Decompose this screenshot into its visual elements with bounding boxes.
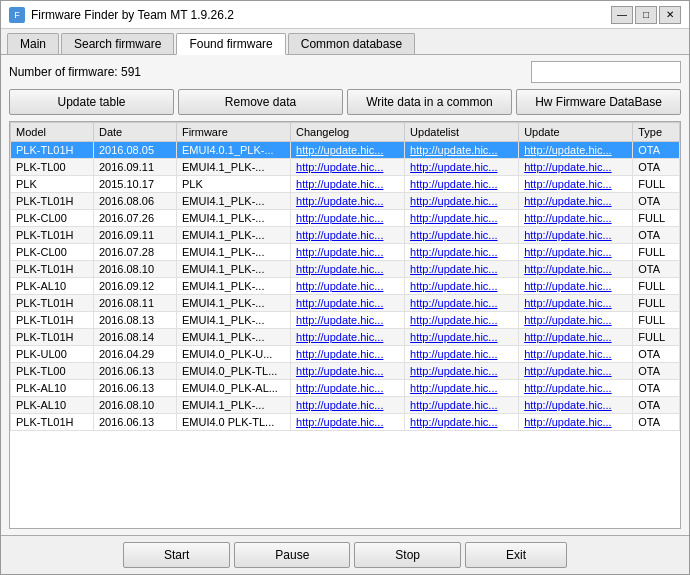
table-row[interactable]: PLK2015.10.17PLKhttp://update.hic...http…	[11, 176, 680, 193]
table-cell-type: OTA	[633, 397, 680, 414]
table-cell-link[interactable]: http://update.hic...	[519, 210, 633, 227]
table-row[interactable]: PLK-TL01H2016.08.13EMUI4.1_PLK-...http:/…	[11, 312, 680, 329]
table-cell: PLK-TL00	[11, 363, 94, 380]
table-cell: EMUI4.1_PLK-...	[176, 244, 290, 261]
table-cell-link[interactable]: http://update.hic...	[291, 176, 405, 193]
update-table-button[interactable]: Update table	[9, 89, 174, 115]
table-cell-link[interactable]: http://update.hic...	[291, 363, 405, 380]
table-row[interactable]: PLK-AL102016.06.13EMUI4.0_PLK-AL...http:…	[11, 380, 680, 397]
table-cell-link[interactable]: http://update.hic...	[519, 329, 633, 346]
table-row[interactable]: PLK-TL002016.09.11EMUI4.1_PLK-...http://…	[11, 159, 680, 176]
start-button[interactable]: Start	[123, 542, 230, 568]
table-cell-link[interactable]: http://update.hic...	[405, 295, 519, 312]
table-cell-link[interactable]: http://update.hic...	[405, 346, 519, 363]
table-cell-link[interactable]: http://update.hic...	[291, 397, 405, 414]
tab-main[interactable]: Main	[7, 33, 59, 54]
table-cell-link[interactable]: http://update.hic...	[405, 397, 519, 414]
table-cell-link[interactable]: http://update.hic...	[519, 278, 633, 295]
table-cell-link[interactable]: http://update.hic...	[405, 380, 519, 397]
exit-button[interactable]: Exit	[465, 542, 567, 568]
table-cell-link[interactable]: http://update.hic...	[405, 176, 519, 193]
table-cell-link[interactable]: http://update.hic...	[405, 278, 519, 295]
table-cell-link[interactable]: http://update.hic...	[291, 244, 405, 261]
table-cell-link[interactable]: http://update.hic...	[291, 142, 405, 159]
table-cell-type: FULL	[633, 295, 680, 312]
maximize-button[interactable]: □	[635, 6, 657, 24]
table-cell-link[interactable]: http://update.hic...	[291, 210, 405, 227]
table-row[interactable]: PLK-AL102016.09.12EMUI4.1_PLK-...http://…	[11, 278, 680, 295]
tabs-bar: Main Search firmware Found firmware Comm…	[1, 29, 689, 55]
table-cell-link[interactable]: http://update.hic...	[519, 159, 633, 176]
table-cell-link[interactable]: http://update.hic...	[291, 278, 405, 295]
table-row[interactable]: PLK-CL002016.07.28EMUI4.1_PLK-...http://…	[11, 244, 680, 261]
table-cell: PLK-TL00	[11, 159, 94, 176]
table-cell: EMUI4.0_PLK-U...	[176, 346, 290, 363]
table-row[interactable]: PLK-TL01H2016.08.14EMUI4.1_PLK-...http:/…	[11, 329, 680, 346]
close-button[interactable]: ✕	[659, 6, 681, 24]
table-cell: EMUI4.1_PLK-...	[176, 329, 290, 346]
table-cell-link[interactable]: http://update.hic...	[291, 159, 405, 176]
table-row[interactable]: PLK-TL01H2016.08.10EMUI4.1_PLK-...http:/…	[11, 261, 680, 278]
table-cell-link[interactable]: http://update.hic...	[519, 312, 633, 329]
table-row[interactable]: PLK-TL01H2016.08.11EMUI4.1_PLK-...http:/…	[11, 295, 680, 312]
table-cell-link[interactable]: http://update.hic...	[519, 193, 633, 210]
table-cell-link[interactable]: http://update.hic...	[405, 363, 519, 380]
table-cell-link[interactable]: http://update.hic...	[405, 261, 519, 278]
search-input[interactable]	[531, 61, 681, 83]
table-cell-link[interactable]: http://update.hic...	[405, 142, 519, 159]
tab-common-database[interactable]: Common database	[288, 33, 415, 54]
table-row[interactable]: PLK-TL01H2016.09.11EMUI4.1_PLK-...http:/…	[11, 227, 680, 244]
table-cell-link[interactable]: http://update.hic...	[291, 295, 405, 312]
table-row[interactable]: PLK-UL002016.04.29EMUI4.0_PLK-U...http:/…	[11, 346, 680, 363]
pause-button[interactable]: Pause	[234, 542, 350, 568]
table-cell-link[interactable]: http://update.hic...	[519, 363, 633, 380]
remove-data-button[interactable]: Remove data	[178, 89, 343, 115]
table-row[interactable]: PLK-CL002016.07.26EMUI4.1_PLK-...http://…	[11, 210, 680, 227]
minimize-button[interactable]: —	[611, 6, 633, 24]
table-cell-link[interactable]: http://update.hic...	[405, 329, 519, 346]
table-row[interactable]: PLK-TL002016.06.13EMUI4.0_PLK-TL...http:…	[11, 363, 680, 380]
table-cell-link[interactable]: http://update.hic...	[519, 346, 633, 363]
table-cell-link[interactable]: http://update.hic...	[291, 261, 405, 278]
tab-search-firmware[interactable]: Search firmware	[61, 33, 174, 54]
table-cell-link[interactable]: http://update.hic...	[291, 329, 405, 346]
stop-button[interactable]: Stop	[354, 542, 461, 568]
table-cell-link[interactable]: http://update.hic...	[291, 312, 405, 329]
table-row[interactable]: PLK-TL01H2016.06.13EMUI4.0 PLK-TL...http…	[11, 414, 680, 431]
table-cell-link[interactable]: http://update.hic...	[291, 380, 405, 397]
table-cell-link[interactable]: http://update.hic...	[291, 193, 405, 210]
table-cell-link[interactable]: http://update.hic...	[405, 193, 519, 210]
table-cell-link[interactable]: http://update.hic...	[291, 346, 405, 363]
table-cell-link[interactable]: http://update.hic...	[405, 159, 519, 176]
table-row[interactable]: PLK-TL01H2016.08.06EMUI4.1_PLK-...http:/…	[11, 193, 680, 210]
table-cell-link[interactable]: http://update.hic...	[519, 295, 633, 312]
table-row[interactable]: PLK-TL01H2016.08.05EMUI4.0.1_PLK-...http…	[11, 142, 680, 159]
table-cell-link[interactable]: http://update.hic...	[405, 227, 519, 244]
table-cell-link[interactable]: http://update.hic...	[405, 244, 519, 261]
table-cell-link[interactable]: http://update.hic...	[519, 142, 633, 159]
table-cell-link[interactable]: http://update.hic...	[519, 176, 633, 193]
table-wrapper[interactable]: Model Date Firmware Changelog Updatelist…	[10, 122, 680, 528]
table-cell-link[interactable]: http://update.hic...	[519, 227, 633, 244]
table-cell-type: OTA	[633, 142, 680, 159]
table-cell: EMUI4.1_PLK-...	[176, 397, 290, 414]
write-data-button[interactable]: Write data in a common	[347, 89, 512, 115]
table-cell-link[interactable]: http://update.hic...	[519, 414, 633, 431]
hw-firmware-button[interactable]: Hw Firmware DataBase	[516, 89, 681, 115]
table-cell-link[interactable]: http://update.hic...	[519, 380, 633, 397]
table-cell-link[interactable]: http://update.hic...	[405, 210, 519, 227]
table-cell: 2016.08.13	[93, 312, 176, 329]
table-cell-link[interactable]: http://update.hic...	[405, 414, 519, 431]
table-cell-link[interactable]: http://update.hic...	[291, 414, 405, 431]
table-cell-link[interactable]: http://update.hic...	[519, 261, 633, 278]
col-header-update: Update	[519, 123, 633, 142]
col-header-changelog: Changelog	[291, 123, 405, 142]
tab-found-firmware[interactable]: Found firmware	[176, 33, 285, 55]
table-cell-link[interactable]: http://update.hic...	[519, 244, 633, 261]
table-row[interactable]: PLK-AL102016.08.10EMUI4.1_PLK-...http://…	[11, 397, 680, 414]
table-cell: 2016.07.28	[93, 244, 176, 261]
table-cell-link[interactable]: http://update.hic...	[291, 227, 405, 244]
table-cell-link[interactable]: http://update.hic...	[519, 397, 633, 414]
table-cell: EMUI4.0.1_PLK-...	[176, 142, 290, 159]
table-cell-link[interactable]: http://update.hic...	[405, 312, 519, 329]
